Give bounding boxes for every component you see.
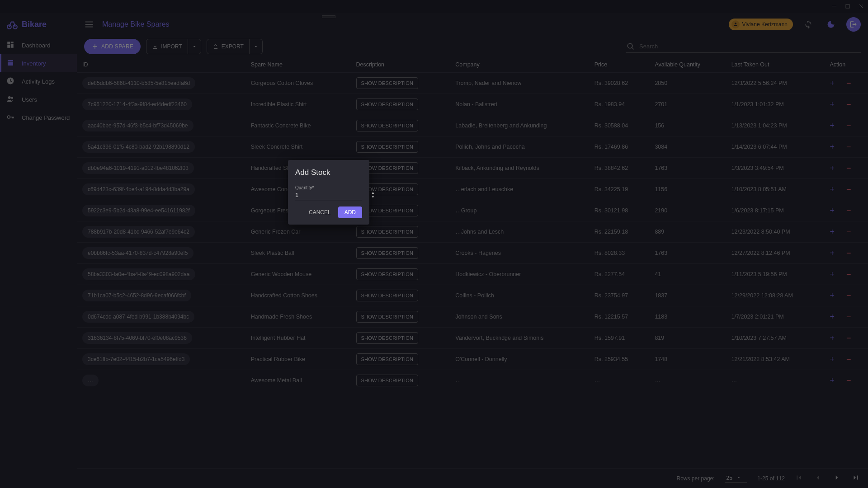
modal-title: Add Stock	[295, 168, 362, 177]
decrement-icon[interactable]: ▼	[371, 195, 375, 199]
add-stock-modal: Add Stock Quantity* ▲ ▼ CANCEL ADD	[288, 160, 369, 225]
cancel-button[interactable]: CANCEL	[304, 206, 335, 218]
increment-icon[interactable]: ▲	[371, 191, 375, 195]
modal-overlay[interactable]: Add Stock Quantity* ▲ ▼ CANCEL ADD	[0, 0, 868, 488]
quantity-input[interactable]	[295, 192, 371, 198]
quantity-label: Quantity*	[295, 185, 362, 190]
quantity-stepper[interactable]: ▲ ▼	[371, 191, 375, 199]
add-button[interactable]: ADD	[338, 206, 362, 218]
